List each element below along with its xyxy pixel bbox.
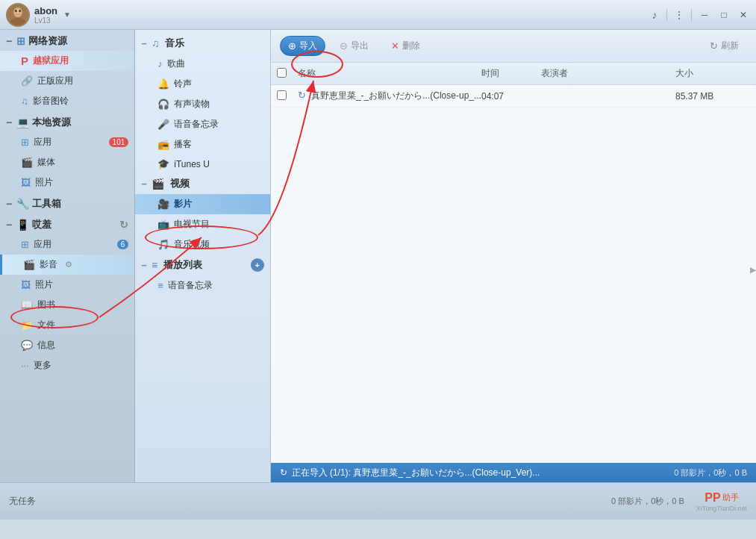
- ringtones-label: 铃声: [174, 78, 192, 90]
- maximize-button[interactable]: □: [717, 8, 731, 22]
- footer: 无任务 0 部影片，0秒，0 B PP 助手 XiTongTianDi.net: [0, 482, 756, 520]
- add-playlist-button[interactable]: +: [251, 258, 264, 272]
- sidebar-item-dev-files[interactable]: 📁 文件: [0, 315, 134, 335]
- tree-item-music-videos[interactable]: 🎵 音乐视频: [135, 234, 269, 255]
- sidebar-section-local[interactable]: − 💻 本地资源: [0, 111, 134, 132]
- movies-icon: 🎥: [157, 199, 169, 210]
- sidebar-item-media-icon[interactable]: ♫ 影音图铃: [0, 91, 134, 111]
- dev-media-icon: 🎬: [23, 259, 35, 270]
- import-label: 导入: [299, 40, 317, 52]
- sidebar-item-dev-more[interactable]: ··· 更多: [0, 355, 134, 376]
- device-section-icon: 📱: [16, 219, 29, 231]
- dev-books-label: 图书: [37, 299, 55, 311]
- avatar: [6, 3, 30, 27]
- content-tree: − ♫ 音乐 ♪ 歌曲 🔔 铃声 🎧 有声读物 🎤 语音备忘录 📻: [135, 30, 270, 482]
- collapse-network-icon[interactable]: −: [6, 35, 12, 47]
- songs-icon: ♪: [157, 58, 163, 69]
- network-icon: ⋮: [673, 9, 685, 21]
- logo-pp: PP: [705, 491, 720, 505]
- sidebar-item-dev-media[interactable]: 🎬 影音 ⚙: [0, 255, 134, 275]
- tree-item-movies[interactable]: 🎥 影片 ▶: [135, 194, 269, 214]
- sidebar: − ⊞ 网络资源 P 越狱应用 🔗 正版应用 ♫ 影音图铃 − 💻 本地资源: [0, 30, 135, 482]
- movies-label: 影片: [174, 198, 192, 211]
- dropdown-icon[interactable]: ▼: [63, 10, 71, 19]
- sidebar-section-network[interactable]: − ⊞ 网络资源: [0, 30, 134, 51]
- toolbox-section-label: 工具箱: [32, 197, 61, 211]
- th-check[interactable]: [277, 68, 298, 80]
- delete-label: 删除: [402, 40, 420, 52]
- tree-section-playlist[interactable]: − ≡ 播放列表 +: [135, 255, 269, 275]
- refresh-label: 刷新: [721, 40, 739, 52]
- dev-files-label: 文件: [37, 319, 55, 331]
- dev-apps-badge: 6: [117, 240, 129, 249]
- sidebar-item-local-apps[interactable]: ⊞ 应用 101: [0, 132, 134, 152]
- voice-memos-label: 语音备忘录: [174, 118, 219, 131]
- tree-item-voice-memos[interactable]: 🎤 语音备忘录: [135, 114, 269, 134]
- itunes-u-label: iTunes U: [174, 159, 210, 169]
- import-button[interactable]: ⊕ 导入: [280, 36, 325, 56]
- sidebar-item-dev-photos[interactable]: 🖼 照片: [0, 275, 134, 295]
- local-media-label: 媒体: [37, 156, 55, 169]
- tree-item-audiobooks[interactable]: 🎧 有声读物: [135, 94, 269, 114]
- user-level: Lv13: [34, 16, 57, 25]
- tree-item-songs[interactable]: ♪ 歌曲: [135, 54, 269, 74]
- podcasts-label: 播客: [174, 138, 192, 151]
- toolbar: ⊕ 导入 ⊖ 导出 ✕ 删除 ↻ 刷新: [271, 30, 756, 63]
- select-all-checkbox[interactable]: [277, 68, 287, 78]
- jailbreak-icon: P: [21, 54, 28, 67]
- tree-section-video[interactable]: − 🎬 视频: [135, 173, 269, 194]
- td-size: 85.37 MB: [675, 91, 750, 102]
- refresh-button[interactable]: ↻ 刷新: [702, 36, 747, 56]
- th-name: 名称: [298, 67, 481, 80]
- voice-memos-icon: 🎤: [157, 119, 169, 130]
- voice-memos2-icon: ≡: [157, 280, 163, 291]
- import-icon: ⊕: [288, 40, 296, 52]
- close-button[interactable]: ✕: [737, 8, 750, 22]
- sidebar-item-official[interactable]: 🔗 正版应用: [0, 71, 134, 91]
- window-controls: ♪ ⋮ ─ □ ✕: [649, 8, 750, 22]
- sidebar-item-local-photos[interactable]: 🖼 照片: [0, 172, 134, 193]
- tree-item-tv-shows[interactable]: 📺 电视节目: [135, 214, 269, 234]
- sidebar-item-local-media[interactable]: 🎬 媒体: [0, 152, 134, 172]
- minimize-button[interactable]: ─: [698, 8, 711, 22]
- gear-icon[interactable]: ⚙: [65, 260, 72, 270]
- collapse-device-icon[interactable]: −: [6, 219, 12, 231]
- th-size: 大小: [675, 67, 750, 80]
- sync-icon[interactable]: ↻: [119, 219, 128, 231]
- collapse-video-icon[interactable]: −: [141, 178, 147, 190]
- user-profile[interactable]: abon Lv13 ▼: [6, 3, 71, 27]
- music-note-icon: ♪: [649, 9, 660, 21]
- ringtones-icon: 🔔: [157, 78, 169, 90]
- sidebar-item-dev-apps[interactable]: ⊞ 应用 6: [0, 234, 134, 255]
- sidebar-section-toolbox[interactable]: − 🔧 工具箱: [0, 193, 134, 214]
- collapse-playlist-icon[interactable]: −: [141, 260, 147, 271]
- audiobooks-icon: 🎧: [157, 99, 169, 110]
- dev-files-icon: 📁: [21, 320, 33, 331]
- sidebar-item-dev-books[interactable]: 📖 图书: [0, 295, 134, 315]
- td-check[interactable]: [277, 90, 298, 102]
- export-icon: ⊖: [340, 40, 348, 52]
- dev-info-icon: 💬: [21, 340, 33, 351]
- export-button[interactable]: ⊖ 导出: [331, 36, 377, 56]
- table-row[interactable]: ↻ 真野恵里菜_-_お願いだから...(Close-up_... 04:07 8…: [271, 85, 756, 108]
- playlist-section-label: 播放列表: [163, 258, 202, 272]
- tree-item-podcasts[interactable]: 📻 播客: [135, 134, 269, 155]
- row-checkbox[interactable]: [277, 90, 287, 100]
- collapse-local-icon[interactable]: −: [6, 116, 12, 128]
- sidebar-item-jailbreak[interactable]: P 越狱应用: [0, 51, 134, 71]
- collapse-music-icon[interactable]: −: [141, 38, 147, 49]
- official-icon: 🔗: [21, 75, 33, 87]
- itunes-u-icon: 🎓: [157, 158, 169, 169]
- tree-section-music[interactable]: − ♫ 音乐: [135, 33, 269, 54]
- delete-button[interactable]: ✕ 删除: [383, 36, 428, 56]
- tree-item-voice-memos2[interactable]: ≡ 语音备忘录: [135, 275, 269, 296]
- tree-item-ringtones[interactable]: 🔔 铃声: [135, 74, 269, 94]
- collapse-toolbox-icon[interactable]: −: [6, 198, 12, 210]
- sidebar-item-dev-info[interactable]: 💬 信息: [0, 335, 134, 355]
- delete-icon: ✕: [391, 40, 399, 52]
- import-status-text: 正在导入 (1/1): 真野恵里菜_-_お願いだから...(Close-up_V…: [292, 467, 540, 479]
- sidebar-section-device[interactable]: − 📱 哎羞 ↻: [0, 214, 134, 234]
- dev-apps-icon: ⊞: [21, 239, 29, 250]
- right-panel: ⊕ 导入 ⊖ 导出 ✕ 删除 ↻ 刷新: [271, 30, 756, 482]
- tree-item-itunes-u[interactable]: 🎓 iTunes U: [135, 155, 269, 173]
